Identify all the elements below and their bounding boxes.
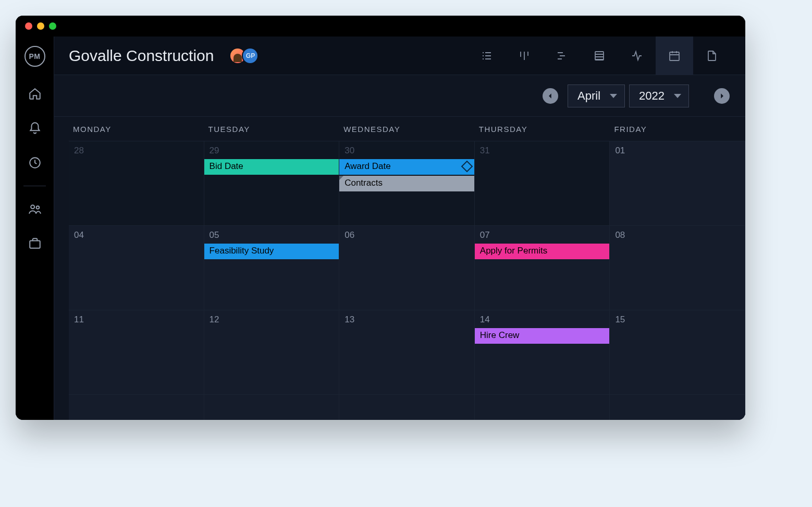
day-number <box>475 399 610 402</box>
calendar-cell[interactable]: 08 <box>610 226 745 310</box>
day-number: 30 <box>339 146 474 159</box>
calendar-cell[interactable]: 31 <box>475 141 610 226</box>
files-view-icon[interactable] <box>693 37 731 75</box>
day-number <box>69 399 204 402</box>
calendar-cell[interactable]: 28 <box>69 141 204 226</box>
calendar-toolbar: April 2022 <box>54 75 745 117</box>
day-number <box>339 399 474 402</box>
calendar-cell[interactable] <box>204 395 340 420</box>
sidebar-divider <box>23 186 46 186</box>
month-label: April <box>577 89 600 103</box>
svg-point-1 <box>31 205 34 209</box>
sheet-view-icon[interactable] <box>581 37 618 75</box>
calendar-event[interactable]: Contracts <box>339 176 474 191</box>
calendar-view-icon[interactable] <box>656 37 693 75</box>
year-label: 2022 <box>639 89 665 103</box>
day-number: 12 <box>204 315 339 328</box>
maximize-window-dot[interactable] <box>49 22 56 30</box>
day-header: TUESDAY <box>204 117 340 141</box>
day-number: 13 <box>339 315 474 328</box>
day-number <box>204 399 339 402</box>
calendar-cell[interactable]: 01 <box>610 141 745 226</box>
day-number: 01 <box>610 146 745 159</box>
chevron-down-icon <box>610 94 617 98</box>
milestone-icon <box>461 161 473 173</box>
calendar-cell[interactable]: 05Feasibility Study <box>204 226 340 310</box>
day-number: 11 <box>69 315 204 328</box>
calendar-event[interactable]: Feasibility Study <box>204 244 339 259</box>
calendar-cell[interactable]: 15 <box>610 310 745 395</box>
project-title: Govalle Construction <box>69 47 214 65</box>
day-number: 07 <box>475 230 610 244</box>
prev-month-button[interactable] <box>543 88 558 104</box>
month-dropdown[interactable]: April <box>568 84 625 107</box>
minimize-window-dot[interactable] <box>37 22 44 30</box>
calendar-cell[interactable]: 04 <box>69 226 204 310</box>
close-window-dot[interactable] <box>25 22 32 30</box>
activity-view-icon[interactable] <box>618 37 656 75</box>
bell-icon[interactable] <box>28 121 42 136</box>
calendar-event[interactable]: Award Date <box>339 159 474 175</box>
day-number: 31 <box>475 146 610 159</box>
svg-point-2 <box>36 206 39 209</box>
day-number: 15 <box>610 315 745 328</box>
gantt-view-icon[interactable] <box>543 37 581 75</box>
fold-corner-icon <box>339 176 343 180</box>
calendar-cell[interactable]: 07Apply for Permits <box>475 226 610 310</box>
clock-icon[interactable] <box>28 155 42 170</box>
view-switcher <box>468 37 731 75</box>
calendar-day-headers: MONDAYTUESDAYWEDNESDAYTHURSDAYFRIDAY <box>69 117 745 141</box>
board-view-icon[interactable] <box>506 37 543 75</box>
day-number <box>610 399 745 402</box>
svg-rect-5 <box>670 52 679 61</box>
day-number: 05 <box>204 230 339 244</box>
calendar-event[interactable]: Apply for Permits <box>475 244 610 259</box>
list-view-icon[interactable] <box>468 37 506 75</box>
day-header: FRIDAY <box>610 117 745 141</box>
day-number: 04 <box>69 230 204 244</box>
app-window: PM Govalle Construction <box>16 16 745 420</box>
day-number: 29 <box>204 146 339 159</box>
calendar-event[interactable]: Bid Date <box>204 159 339 175</box>
day-header: THURSDAY <box>475 117 610 141</box>
day-number: 14 <box>475 315 610 328</box>
chevron-down-icon <box>674 94 681 98</box>
briefcase-icon[interactable] <box>28 236 42 251</box>
app-logo[interactable]: PM <box>24 46 45 67</box>
day-number: 28 <box>69 146 204 159</box>
next-month-button[interactable] <box>714 88 730 104</box>
titlebar <box>16 16 745 37</box>
calendar-cell[interactable] <box>69 395 204 420</box>
calendar-cell[interactable]: 30Award DateContracts <box>339 141 475 226</box>
day-number: 06 <box>339 230 474 244</box>
calendar-cell[interactable] <box>475 395 610 420</box>
calendar-cell[interactable] <box>610 395 745 420</box>
sidebar: PM <box>16 37 54 420</box>
calendar-cell[interactable]: 14Hire Crew <box>475 310 610 395</box>
calendar-cell[interactable]: 13 <box>339 310 475 395</box>
calendar-area: MONDAYTUESDAYWEDNESDAYTHURSDAYFRIDAY 282… <box>54 117 745 420</box>
home-icon[interactable] <box>28 87 42 101</box>
calendar-cell[interactable]: 06 <box>339 226 475 310</box>
calendar-cell[interactable]: 12 <box>204 310 340 395</box>
people-icon[interactable] <box>28 202 42 216</box>
svg-rect-3 <box>30 241 40 248</box>
day-number: 08 <box>610 230 745 244</box>
calendar-cell[interactable] <box>339 395 475 420</box>
project-header: Govalle Construction GP <box>54 37 745 75</box>
avatar-stack[interactable]: GP <box>229 47 259 64</box>
calendar-cell[interactable]: 11 <box>69 310 204 395</box>
day-header: WEDNESDAY <box>339 117 475 141</box>
svg-rect-4 <box>595 52 604 60</box>
day-header: MONDAY <box>69 117 204 141</box>
year-dropdown[interactable]: 2022 <box>629 84 689 107</box>
calendar-grid: 2829Bid Date30Award DateContracts3101040… <box>69 141 745 420</box>
main-panel: Govalle Construction GP <box>54 37 745 420</box>
avatar-user2[interactable]: GP <box>242 47 259 64</box>
calendar-event[interactable]: Hire Crew <box>475 328 610 344</box>
calendar-cell[interactable]: 29Bid Date <box>204 141 340 226</box>
